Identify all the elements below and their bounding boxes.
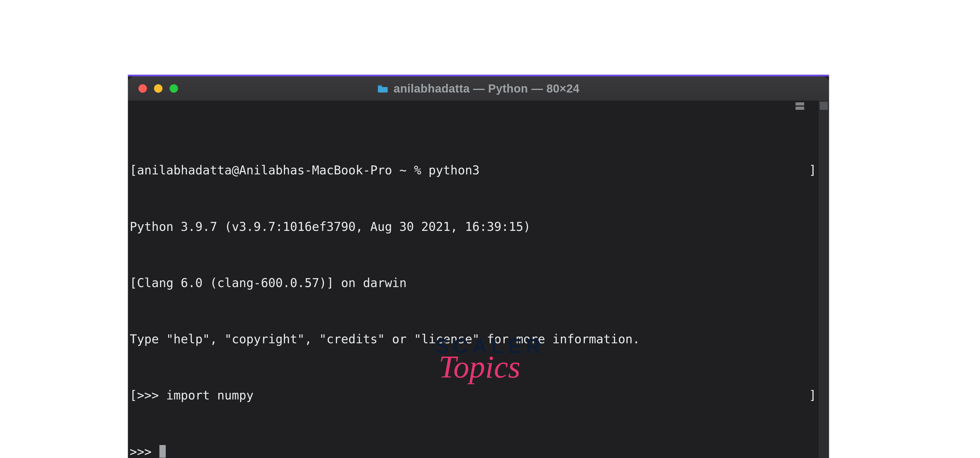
- folder-icon: [377, 84, 388, 93]
- brand-script-text: Topics: [439, 351, 520, 385]
- terminal-line: >>>: [130, 442, 817, 458]
- scrollbar[interactable]: [819, 100, 829, 458]
- titlebar[interactable]: anilabhadatta — Python — 80×24: [128, 76, 829, 100]
- prompt-text: >>>: [130, 445, 159, 458]
- close-button[interactable]: [138, 84, 147, 93]
- minimize-button[interactable]: [154, 84, 162, 93]
- line-end-bracket: ]: [809, 161, 816, 180]
- title-center: anilabhadatta — Python — 80×24: [128, 82, 829, 95]
- page-canvas: anilabhadatta — Python — 80×24 [anilabha…: [0, 0, 980, 458]
- terminal-body[interactable]: [anilabhadatta@Anilabhas-MacBook-Pro ~ %…: [128, 100, 819, 458]
- line-text: [>>> import numpy: [130, 388, 254, 402]
- brand-logo: SCALER Topics: [0, 334, 980, 389]
- brand-script: Topics: [435, 351, 545, 389]
- terminal-content-wrap: [anilabhadatta@Anilabhas-MacBook-Pro ~ %…: [128, 100, 829, 458]
- line-text: [anilabhadatta@Anilabhas-MacBook-Pro ~ %…: [130, 163, 480, 177]
- alt-screen-icon: [795, 102, 804, 110]
- window-title: anilabhadatta — Python — 80×24: [393, 82, 579, 95]
- zoom-button[interactable]: [169, 84, 178, 93]
- terminal-line: [anilabhadatta@Anilabhas-MacBook-Pro ~ %…: [130, 161, 817, 180]
- terminal-line: [Clang 6.0 (clang-600.0.57)] on darwin: [130, 274, 817, 292]
- terminal-window: anilabhadatta — Python — 80×24 [anilabha…: [127, 75, 830, 458]
- terminal-line: Python 3.9.7 (v3.9.7:1016ef3790, Aug 30 …: [130, 217, 817, 236]
- cursor: [159, 445, 166, 458]
- window-controls: [138, 84, 178, 93]
